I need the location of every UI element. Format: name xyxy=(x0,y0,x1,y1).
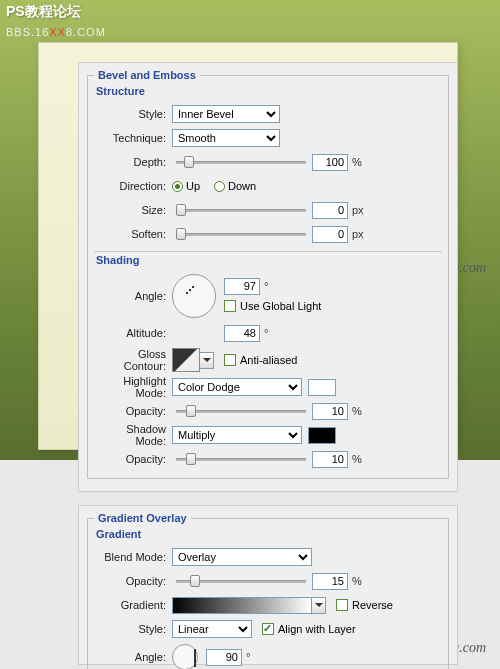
go-angle-dial[interactable] xyxy=(172,644,198,669)
shadow-select[interactable]: Multiply xyxy=(172,426,302,444)
up-radio[interactable] xyxy=(172,181,183,192)
gloss-contour[interactable] xyxy=(172,348,200,372)
watermark-l2b: XX xyxy=(49,26,66,38)
down-radio[interactable] xyxy=(214,181,225,192)
soften-slider[interactable] xyxy=(176,226,306,242)
soften-label: Soften: xyxy=(94,228,172,240)
shading-title: Shading xyxy=(96,254,442,266)
go-style-label: Style: xyxy=(94,623,172,635)
go-opacity-input[interactable] xyxy=(312,573,348,590)
gradient-swatch[interactable] xyxy=(172,597,312,614)
hi-opacity-label: Opacity: xyxy=(94,405,172,417)
soften-input[interactable] xyxy=(312,226,348,243)
go-fieldset: Gradient Overlay Gradient Blend Mode: Ov… xyxy=(87,512,449,669)
sh-opacity-slider[interactable] xyxy=(176,451,306,467)
anti-alias-check[interactable] xyxy=(224,354,236,366)
go-angle-input[interactable] xyxy=(206,649,242,666)
direction-label: Direction: xyxy=(94,180,172,192)
structure-title: Structure xyxy=(96,85,442,97)
angle-label: Angle: xyxy=(94,290,172,302)
sh-opacity-unit: % xyxy=(352,453,362,465)
watermark-l2c: 8.COM xyxy=(66,26,106,38)
go-angle-deg: ° xyxy=(246,651,250,663)
shadow-label: Shadow Mode: xyxy=(94,423,172,447)
style-select[interactable]: Inner Bevel xyxy=(172,105,280,123)
watermark-l2a: BBS.16 xyxy=(6,26,49,38)
gradient-title: Gradient xyxy=(96,528,442,540)
size-input[interactable] xyxy=(312,202,348,219)
separator xyxy=(94,251,442,252)
size-label: Size: xyxy=(94,204,172,216)
blend-label: Blend Mode: xyxy=(94,551,172,563)
angle-dial[interactable] xyxy=(172,274,216,318)
gradient-dd[interactable] xyxy=(312,597,326,614)
align-label: Align with Layer xyxy=(278,623,356,635)
go-legend: Gradient Overlay xyxy=(94,512,191,524)
go-opacity-label: Opacity: xyxy=(94,575,172,587)
up-text: Up xyxy=(186,180,200,192)
bevel-fieldset: Bevel and Emboss Structure Style: Inner … xyxy=(87,69,449,479)
gradient-label: Gradient: xyxy=(94,599,172,611)
gradient-overlay-panel: Gradient Overlay Gradient Blend Mode: Ov… xyxy=(78,505,458,665)
watermark-line1: PS教程论坛 xyxy=(6,3,81,21)
anti-alias-label: Anti-aliased xyxy=(240,354,297,366)
shadow-color[interactable] xyxy=(308,427,336,444)
sh-opacity-label: Opacity: xyxy=(94,453,172,465)
soften-unit: px xyxy=(352,228,364,240)
depth-label: Depth: xyxy=(94,156,172,168)
highlight-color[interactable] xyxy=(308,379,336,396)
go-opacity-slider[interactable] xyxy=(176,573,306,589)
reverse-check[interactable] xyxy=(336,599,348,611)
align-check[interactable] xyxy=(262,623,274,635)
hi-opacity-input[interactable] xyxy=(312,403,348,420)
depth-slider[interactable] xyxy=(176,154,306,170)
gloss-label: Gloss Contour: xyxy=(94,348,172,372)
blend-select[interactable]: Overlay xyxy=(172,548,312,566)
depth-input[interactable] xyxy=(312,154,348,171)
size-slider[interactable] xyxy=(176,202,306,218)
hi-opacity-unit: % xyxy=(352,405,362,417)
highlight-select[interactable]: Color Dodge xyxy=(172,378,302,396)
depth-unit: % xyxy=(352,156,362,168)
altitude-deg: ° xyxy=(264,327,268,339)
altitude-label: Altitude: xyxy=(94,327,172,339)
reverse-label: Reverse xyxy=(352,599,393,611)
global-light-label: Use Global Light xyxy=(240,300,321,312)
altitude-input[interactable] xyxy=(224,325,260,342)
go-opacity-unit: % xyxy=(352,575,362,587)
angle-input[interactable] xyxy=(224,278,260,295)
sh-opacity-input[interactable] xyxy=(312,451,348,468)
angle-deg: ° xyxy=(264,280,268,292)
go-angle-label: Angle: xyxy=(94,651,172,663)
gloss-dd[interactable] xyxy=(200,352,214,369)
bevel-legend: Bevel and Emboss xyxy=(94,69,200,81)
technique-label: Technique: xyxy=(94,132,172,144)
global-light-check[interactable] xyxy=(224,300,236,312)
style-label: Style: xyxy=(94,108,172,120)
size-unit: px xyxy=(352,204,364,216)
down-text: Down xyxy=(228,180,256,192)
technique-select[interactable]: Smooth xyxy=(172,129,280,147)
highlight-label: Highlight Mode: xyxy=(94,375,172,399)
bevel-emboss-panel: Bevel and Emboss Structure Style: Inner … xyxy=(78,62,458,492)
go-style-select[interactable]: Linear xyxy=(172,620,252,638)
watermark-line2: BBS.16XX8.COM xyxy=(6,22,106,40)
hi-opacity-slider[interactable] xyxy=(176,403,306,419)
